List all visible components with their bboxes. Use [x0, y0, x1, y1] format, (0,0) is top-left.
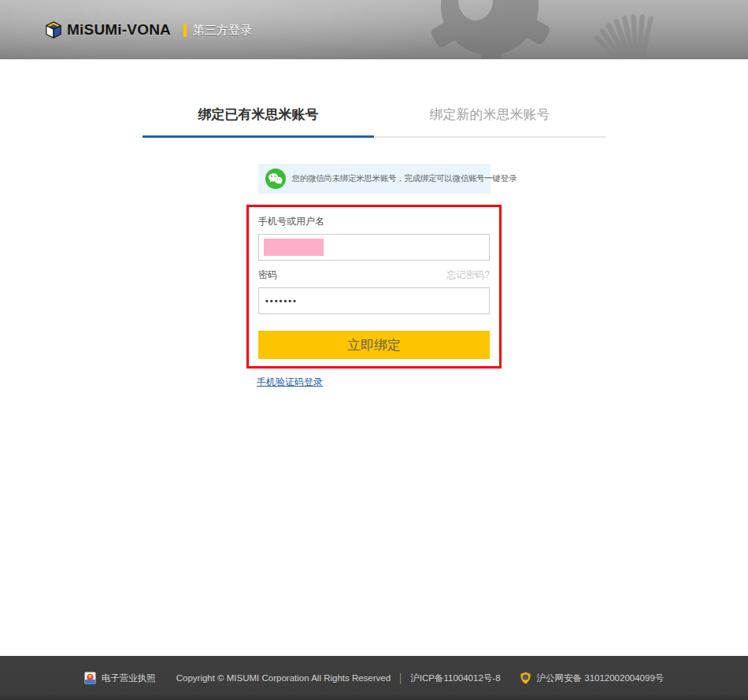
tab-bind-existing-account[interactable]: 绑定已有米思米账号 [143, 106, 374, 138]
tabs: 绑定已有米思米账号 绑定新的米思米账号 [143, 106, 605, 138]
business-license-link[interactable]: 电子营业执照 [84, 672, 156, 684]
sms-login-link[interactable]: 手机验证码登录 [257, 376, 323, 387]
tab-bind-new-account[interactable]: 绑定新的米思米账号 [374, 106, 605, 138]
police-badge-icon [520, 672, 531, 684]
brand: MiSUMi-VONA 第三方登录 [45, 0, 252, 60]
brand-name: MiSUMi-VONA [67, 21, 171, 39]
username-input-wrap [258, 234, 490, 261]
copyright-text: Copyright © MISUMI Corporation All Right… [176, 673, 391, 683]
header: MiSUMi-VONA 第三方登录 [0, 0, 748, 60]
password-input[interactable] [258, 287, 490, 314]
police-registration-label: 沪公网安备 31012002004099号 [537, 672, 665, 684]
subtitle-accent-bar [183, 24, 187, 37]
wechat-notice: 您的微信尚未绑定米思米账号，完成绑定可以微信账号一键登录 [258, 164, 491, 194]
sms-login-row: 手机验证码登录 [246, 374, 502, 389]
misumi-cube-icon [45, 21, 62, 39]
business-license-label: 电子营业执照 [102, 672, 156, 684]
forgot-password-link[interactable]: 忘记密码? [446, 269, 490, 282]
bind-now-button[interactable]: 立即绑定 [258, 331, 490, 359]
wechat-icon [265, 169, 286, 189]
username-input[interactable] [258, 234, 490, 261]
bind-account-form: 手机号或用户名 密码 忘记密码? 立即绑定 [246, 205, 502, 369]
footer-row: 电子营业执照 Copyright © MISUMI Corporation Al… [84, 672, 665, 684]
police-registration-link[interactable]: 沪公网安备 31012002004099号 [520, 672, 665, 684]
page: MiSUMi-VONA 第三方登录 绑定已有米思米账号 绑定新的米思米账号 您的… [0, 0, 748, 700]
footer-divider: │ [398, 673, 403, 683]
gear-icon [428, 0, 551, 60]
username-label: 手机号或用户名 [258, 215, 490, 228]
main-content: 绑定已有米思米账号 绑定新的米思米账号 您的微信尚未绑定米思米账号，完成绑定可以… [0, 60, 748, 656]
password-label-row: 密码 忘记密码? [258, 269, 490, 282]
wechat-notice-text: 您的微信尚未绑定米思米账号，完成绑定可以微信账号一键登录 [292, 173, 517, 184]
fan-blades-icon [594, 14, 654, 60]
password-label: 密码 [258, 269, 277, 282]
business-license-icon [84, 672, 96, 684]
footer: 电子营业执照 Copyright © MISUMI Corporation Al… [0, 656, 748, 700]
icp-number-link[interactable]: 沪ICP备11004012号-8 [410, 672, 500, 684]
page-subtitle: 第三方登录 [193, 23, 252, 38]
